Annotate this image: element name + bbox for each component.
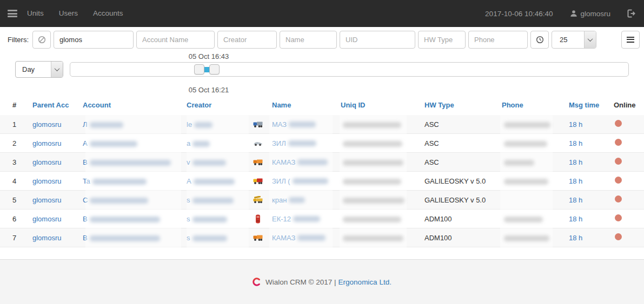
hw-type-filter-input[interactable]	[418, 31, 466, 49]
parent-account-link[interactable]: glomosru	[32, 196, 61, 204]
unit-name-link[interactable]: ЕК-12	[272, 215, 291, 223]
account-link[interactable]: Л	[83, 120, 88, 129]
col-header-hw-type[interactable]: HW Type	[424, 101, 502, 109]
table-row[interactable]: 2 glomosru A a ЗИЛ ASC 18 h	[0, 134, 644, 153]
account-link[interactable]: C	[83, 196, 88, 204]
unit-name-link[interactable]: ЗИЛ	[272, 139, 286, 147]
creator-link[interactable]: v	[187, 158, 190, 166]
time-filter-button[interactable]	[530, 31, 549, 49]
creator-link[interactable]: a	[187, 139, 190, 147]
msg-time-link[interactable]: 18 h	[569, 139, 582, 147]
table-row[interactable]: 4 glomosru Ta A ЗИЛ ( GALILEOSKY v 5.0 1…	[0, 172, 644, 191]
msg-time-link[interactable]: 18 h	[569, 120, 582, 129]
unit-name-link[interactable]: КАМАЗ	[272, 158, 295, 166]
account-link[interactable]: Ta	[83, 177, 90, 185]
range-start-handle[interactable]	[194, 64, 204, 75]
table-row[interactable]: 1 glomosru Л le МАЗ ASC 18 h	[0, 115, 644, 134]
col-header-uniq-id[interactable]: Uniq ID	[341, 101, 424, 109]
account-link[interactable]: B	[83, 158, 88, 166]
online-status-dot	[615, 158, 622, 165]
redacted-creator-text	[192, 160, 226, 166]
account-link[interactable]: A	[83, 139, 88, 147]
account-name-filter-input[interactable]	[136, 31, 215, 49]
msg-time-link[interactable]: 18 h	[569, 196, 582, 204]
crane-yellow-icon	[253, 196, 263, 204]
creator-link[interactable]: A	[187, 177, 191, 185]
account-link[interactable]: B	[83, 215, 88, 223]
footer-company-link[interactable]: Ergonomica Ltd.	[338, 278, 391, 286]
clear-filters-button[interactable]	[32, 31, 51, 49]
redacted-name-text	[297, 235, 326, 241]
redacted-phone	[504, 160, 534, 166]
col-header-creator[interactable]: Creator	[187, 101, 253, 109]
redacted-account-text	[90, 160, 171, 166]
nav-item-accounts[interactable]: Accounts	[85, 0, 131, 27]
redacted-phone	[504, 122, 550, 128]
redacted-phone	[504, 141, 547, 147]
unit-name-link[interactable]: МАЗ	[272, 120, 287, 129]
creator-link[interactable]: s	[187, 234, 190, 242]
creator-link[interactable]: le	[187, 120, 192, 129]
name-filter-input[interactable]	[280, 31, 337, 49]
user-menu[interactable]: glomosru	[570, 10, 610, 18]
col-header-phone[interactable]: Phone	[502, 101, 569, 109]
chevron-down-icon	[584, 31, 596, 48]
msg-time-link[interactable]: 18 h	[569, 177, 582, 185]
parent-account-link[interactable]: glomosru	[32, 139, 61, 147]
phone-filter-input[interactable]	[468, 31, 528, 49]
account-link[interactable]: B	[83, 234, 88, 242]
msg-time-link[interactable]: 18 h	[569, 215, 582, 223]
gurtam-logo-icon	[253, 278, 261, 286]
row-number: 6	[12, 215, 32, 223]
online-status-dot	[615, 233, 622, 240]
col-header-msg-time[interactable]: Msg time	[569, 101, 614, 109]
unit-name-link[interactable]: кран	[272, 196, 287, 204]
nav-item-units[interactable]: Units	[19, 0, 51, 27]
row-number: 7	[12, 234, 32, 242]
col-header-parent-acc[interactable]: Parent Acc	[32, 101, 83, 109]
columns-menu-button[interactable]	[621, 31, 640, 49]
range-end-handle[interactable]	[209, 64, 220, 75]
col-header-name[interactable]: Name	[253, 101, 341, 109]
menu-hamburger-icon[interactable]	[8, 9, 17, 19]
parent-account-filter-input[interactable]	[54, 31, 134, 49]
col-header-num: #	[12, 101, 32, 109]
table-row[interactable]: 5 glomosru C s кран GALILEOSKY v 5.0 18 …	[0, 191, 644, 210]
unit-name-link[interactable]: КАМАЗ	[272, 234, 295, 242]
parent-account-link[interactable]: glomosru	[32, 177, 61, 185]
col-header-online: Online	[614, 101, 644, 109]
nav-item-users[interactable]: Users	[51, 0, 85, 27]
parent-account-link[interactable]: glomosru	[32, 234, 61, 242]
parent-account-link[interactable]: glomosru	[32, 158, 61, 166]
redacted-creator-text	[192, 141, 210, 147]
clock-icon	[536, 36, 544, 44]
parent-account-link[interactable]: glomosru	[32, 120, 61, 129]
table-body: 1 glomosru Л le МАЗ ASC 18 h 2 glomosru …	[0, 115, 644, 259]
table-row[interactable]: 6 glomosru B s ЕК-12 ADM100 18 h	[0, 210, 644, 228]
creator-filter-input[interactable]	[217, 31, 277, 49]
creator-link[interactable]: s	[187, 215, 190, 223]
col-header-account[interactable]: Account	[83, 101, 187, 109]
car-silver-icon	[253, 140, 263, 146]
parent-account-link[interactable]: glomosru	[32, 215, 61, 223]
row-number: 5	[12, 196, 32, 204]
table-row[interactable]: 7 glomosru B s КАМАЗ ADM100 18 h	[0, 228, 644, 247]
hw-type-value: ADM100	[424, 234, 502, 242]
msg-time-link[interactable]: 18 h	[569, 158, 582, 166]
uid-filter-input[interactable]	[340, 31, 415, 49]
main-nav: Units Users Accounts	[19, 0, 131, 27]
creator-link[interactable]: s	[187, 196, 190, 204]
redacted-name-text	[297, 159, 328, 165]
msg-time-link[interactable]: 18 h	[569, 234, 582, 242]
unit-name-link[interactable]: ЗИЛ (	[272, 177, 290, 185]
time-range-slider[interactable]	[70, 62, 629, 77]
interval-select[interactable]: Day	[15, 61, 63, 78]
page-size-select[interactable]: 25	[552, 31, 596, 49]
redacted-name-text	[288, 140, 316, 146]
table-row[interactable]: 3 glomosru B v КАМАЗ ASC 18 h	[0, 153, 644, 172]
filters-bar: Filters: 25	[0, 27, 644, 52]
truck-orange-icon	[253, 158, 263, 166]
redacted-account-text	[90, 235, 160, 241]
logout-icon[interactable]	[627, 9, 635, 18]
redacted-uniq-id	[343, 235, 403, 241]
